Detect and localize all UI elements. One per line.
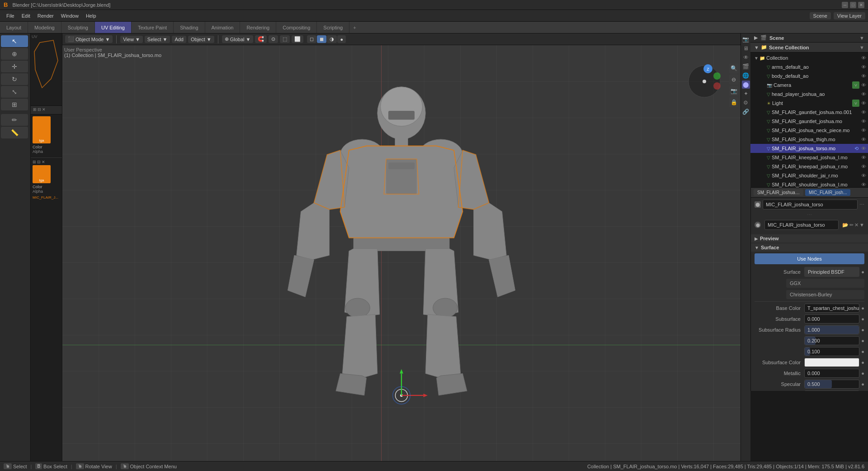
tree-item-light[interactable]: ▶ ☀ Light V 👁: [750, 99, 868, 108]
mat-unlink-btn[interactable]: ✕: [854, 222, 859, 228]
tab-compositing[interactable]: Compositing: [276, 22, 317, 33]
tab-layout[interactable]: Layout: [0, 22, 28, 33]
menu-window[interactable]: Window: [57, 12, 82, 19]
metallic-dot[interactable]: ●: [861, 371, 864, 376]
shading-wire-btn[interactable]: ◻: [307, 35, 316, 43]
collection-expand-icon[interactable]: ▼: [754, 45, 759, 50]
subsurface-radius-dot[interactable]: ●: [861, 327, 864, 333]
render-icon-world[interactable]: 🌐: [742, 71, 750, 80]
tree-item-gauntlet001[interactable]: ▶ ▽ SM_FLAIR_gauntlet_joshua.mo.001 👁: [750, 108, 868, 117]
close-button[interactable]: ✕: [858, 2, 864, 8]
mat-tab-torso[interactable]: SM_FLAIR_joshua_torso.mo: [754, 189, 803, 196]
tab-texture-paint[interactable]: Texture Paint: [132, 22, 174, 33]
subsurface-radius-value-3[interactable]: 0.100: [804, 347, 859, 356]
menu-help[interactable]: Help: [82, 12, 100, 19]
tree-arrow-root[interactable]: ▼: [754, 56, 760, 61]
viewport-zoom-out[interactable]: ⊖: [729, 75, 739, 85]
tree-item-head[interactable]: ▶ ▽ head_player_joshua_ao 👁: [750, 90, 868, 99]
viewport-select-btn[interactable]: Select ▼: [145, 36, 170, 43]
base-color-value[interactable]: T_spartan_chest_joshu...: [804, 304, 859, 313]
mat-edit-btn[interactable]: ✏: [849, 222, 854, 228]
subsurface-color-dot[interactable]: ●: [861, 360, 864, 365]
tree-collection-root[interactable]: ▼ 📁 Collection 👁: [750, 53, 868, 62]
viewport-snap-btn[interactable]: 🧲: [255, 35, 267, 43]
tree-item-thigh[interactable]: ▶ ▽ SM_FLAIR_joshua_thigh.mo 👁: [750, 135, 868, 144]
shading-material-btn[interactable]: ◑: [327, 35, 337, 43]
view-layer-btn[interactable]: View Layer: [834, 12, 865, 19]
subsurface-radius-dot-2[interactable]: ●: [861, 338, 864, 343]
metallic-value[interactable]: 0.000: [804, 369, 859, 378]
subsurface-color-value[interactable]: [804, 358, 859, 367]
tab-scripting[interactable]: Scripting: [317, 22, 349, 33]
viewport-object-btn[interactable]: Object ▼: [188, 36, 214, 43]
shading-solid-btn[interactable]: ◼: [317, 35, 326, 43]
tab-modeling[interactable]: Modeling: [28, 22, 61, 33]
tree-item-neck[interactable]: ▶ ▽ SM_FLAIR_joshua_neck_piece.mo 👁: [750, 126, 868, 135]
surface-section-header[interactable]: ▼ Surface: [751, 243, 868, 252]
base-color-dot[interactable]: ●: [861, 305, 864, 311]
scene-expand-icon[interactable]: ▶: [754, 35, 758, 41]
shading-render-btn[interactable]: ●: [337, 35, 346, 43]
subsurface-value[interactable]: 0.000: [804, 314, 859, 324]
mat-tab-mic[interactable]: MIC_FLAIR_josh...: [805, 189, 850, 196]
viewport-proportional-btn[interactable]: ⊙: [269, 35, 278, 43]
tree-item-shoulder-r[interactable]: ▶ ▽ SM_FLAIR_shoulder_jai_r.mo 👁: [750, 171, 868, 180]
subsurface-radius-value-2[interactable]: 0.200: [804, 336, 859, 345]
render-icon-camera[interactable]: 📷: [742, 35, 750, 43]
viewport-overlay-btn[interactable]: ⬚: [280, 35, 290, 43]
viewport-camera-btn[interactable]: 📷: [729, 86, 739, 96]
ggx-label[interactable]: GGX: [786, 279, 864, 288]
preview-section-header[interactable]: ▶ Preview: [751, 234, 868, 243]
viewport-xray-btn[interactable]: ⬜: [292, 35, 303, 43]
use-nodes-btn[interactable]: Use Nodes: [755, 253, 864, 264]
render-icon-particles[interactable]: ✦: [742, 90, 750, 98]
tab-sculpting[interactable]: Sculpting: [61, 22, 95, 33]
tree-item-kneepad-r[interactable]: ▶ ▽ SM_FLAIR_kneepad_joshua_r.mo 👁: [750, 162, 868, 171]
menu-render[interactable]: Render: [34, 12, 57, 19]
viewport-zoom-in[interactable]: 🔍: [729, 63, 739, 73]
mat-browse-btn[interactable]: 📂: [842, 222, 849, 228]
render-icon-constraints[interactable]: 🔗: [742, 108, 750, 116]
render-icon-view[interactable]: 👁: [742, 53, 750, 62]
maximize-button[interactable]: □: [850, 2, 856, 8]
tab-rendering[interactable]: Rendering: [240, 22, 276, 33]
tree-item-torso[interactable]: ▶ ▽ SM_FLAIR_joshua_torso.mo ⟲ 👁: [750, 144, 868, 153]
mat-name-input[interactable]: [763, 200, 858, 209]
specular-dot[interactable]: ●: [861, 381, 864, 387]
minimize-button[interactable]: ─: [842, 2, 848, 8]
tree-item-camera[interactable]: ▶ 📷 Camera V 👁: [750, 81, 868, 90]
tool-annotate[interactable]: ✏: [1, 114, 28, 126]
tool-rotate[interactable]: ↻: [1, 73, 28, 85]
surface-value[interactable]: Principled BSDF: [804, 267, 859, 277]
render-icon-physics[interactable]: ⚙: [742, 99, 750, 107]
nav-gizmo[interactable]: Z: [686, 63, 722, 100]
tree-item-gauntlet[interactable]: ▶ ▽ SM_FLAIR_gauntlet_joshua.mo 👁: [750, 117, 868, 126]
viewport-lock-btn[interactable]: 🔒: [729, 97, 739, 107]
viewport-view-btn[interactable]: View ▼: [120, 36, 143, 43]
tree-item-body[interactable]: ▶ ▽ body_default_ao 👁: [750, 71, 868, 81]
mat-menu-dot[interactable]: ⋯: [859, 202, 864, 208]
menu-file[interactable]: File: [3, 12, 18, 19]
tab-animation[interactable]: Animation: [205, 22, 241, 33]
tool-select[interactable]: ↖: [1, 35, 28, 47]
christensen-label[interactable]: Christensen-Burley: [786, 290, 864, 299]
render-icon-material[interactable]: ⬤: [742, 81, 750, 89]
specular-value[interactable]: 0.500: [804, 380, 859, 389]
tool-move[interactable]: ✛: [1, 61, 28, 72]
subsurface-dot[interactable]: ●: [861, 316, 864, 322]
render-icon-output[interactable]: 🖥: [742, 44, 750, 52]
tool-cursor[interactable]: ⊕: [1, 48, 28, 60]
scene-filter-icon[interactable]: ▼: [859, 35, 864, 41]
subsurface-radius-value-1[interactable]: 1.000: [804, 325, 859, 334]
viewport[interactable]: User Perspective (1) Collection | SM_FLA…: [62, 45, 741, 461]
mat-settings-btn[interactable]: ▼: [859, 222, 864, 228]
transform-orientation-btn[interactable]: ⊕ Global ▼: [222, 35, 254, 43]
surface-dot[interactable]: ●: [861, 269, 864, 275]
tree-eye-root[interactable]: 👁: [861, 55, 866, 61]
viewport-mode-btn[interactable]: ⬛ Object Mode ▼: [65, 35, 113, 43]
menu-edit[interactable]: Edit: [18, 12, 34, 19]
tab-uv-editing[interactable]: UV Editing: [95, 22, 132, 33]
tree-item-shoulder-l[interactable]: ▶ ▽ SM_FLAIR_shoulder_joshua_l.mo 👁: [750, 180, 868, 187]
tool-transform[interactable]: ⊞: [1, 99, 28, 110]
tab-add-button[interactable]: +: [349, 23, 359, 32]
